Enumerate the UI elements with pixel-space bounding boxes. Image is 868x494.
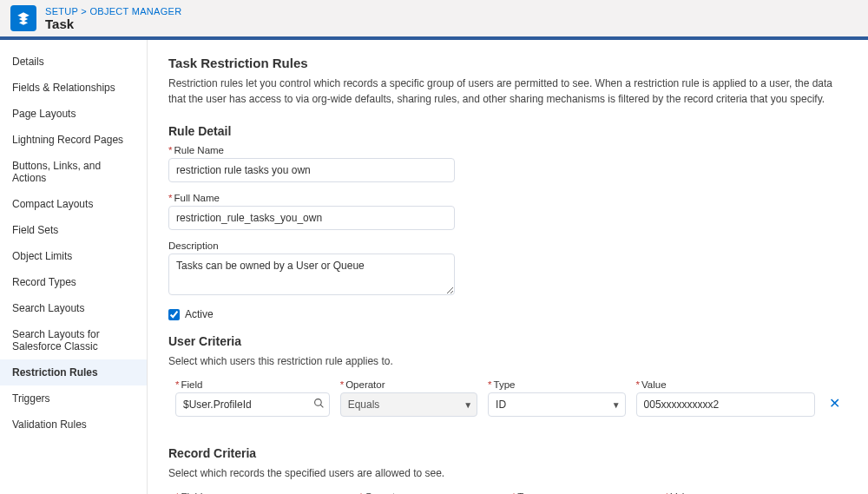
- sidebar-item-lightning-record-pages[interactable]: Lightning Record Pages: [0, 127, 147, 153]
- breadcrumb[interactable]: SETUP > OBJECT MANAGER: [45, 6, 181, 16]
- sidebar-item-page-layouts[interactable]: Page Layouts: [0, 101, 147, 127]
- layers-icon: [16, 10, 31, 26]
- uc-remove-button[interactable]: ✕: [825, 390, 844, 417]
- uc-field-label: *Field: [175, 379, 330, 390]
- record-criteria-desc: Select which records the specified users…: [168, 467, 844, 479]
- sidebar-item-search-layouts[interactable]: Search Layouts: [0, 295, 147, 321]
- main-content: Task Restriction Rules Restriction rules…: [148, 40, 868, 494]
- page-header: SETUP > OBJECT MANAGER Task: [0, 0, 868, 40]
- uc-value-input[interactable]: [636, 392, 815, 417]
- uc-operator-label: *Operator: [340, 379, 477, 390]
- sidebar-item-fields-relationships[interactable]: Fields & Relationships: [0, 75, 147, 101]
- uc-type-select[interactable]: ID: [488, 392, 625, 417]
- sidebar-item-object-limits[interactable]: Object Limits: [0, 243, 147, 269]
- sidebar-nav: DetailsFields & RelationshipsPage Layout…: [0, 40, 148, 494]
- rule-name-label: *Rule Name: [168, 145, 455, 155]
- section-title: Task Restriction Rules: [168, 56, 844, 70]
- object-icon: [10, 5, 36, 31]
- page-title: Task: [45, 16, 181, 31]
- uc-type-label: *Type: [488, 379, 625, 390]
- svg-line-1: [320, 405, 323, 407]
- search-icon[interactable]: [313, 398, 325, 412]
- description-input[interactable]: Tasks can be owned by a User or Queue: [168, 254, 455, 295]
- svg-point-0: [314, 399, 321, 406]
- sidebar-item-buttons-links-and-actions[interactable]: Buttons, Links, and Actions: [0, 153, 147, 191]
- rule-name-input[interactable]: [168, 158, 455, 182]
- sidebar-item-validation-rules[interactable]: Validation Rules: [0, 412, 147, 438]
- active-label: Active: [185, 308, 214, 320]
- full-name-label: *Full Name: [168, 193, 455, 203]
- sidebar-item-search-layouts-for-salesforce-classic[interactable]: Search Layouts for Salesforce Classic: [0, 321, 147, 359]
- record-criteria-heading: Record Criteria: [168, 446, 844, 460]
- uc-value-label: *Value: [636, 379, 815, 390]
- intro-text: Restriction rules let you control which …: [168, 76, 844, 107]
- rule-detail-heading: Rule Detail: [168, 124, 844, 138]
- sidebar-item-field-sets[interactable]: Field Sets: [0, 217, 147, 243]
- sidebar-item-restriction-rules[interactable]: Restriction Rules: [0, 359, 147, 385]
- user-criteria-heading: User Criteria: [168, 334, 844, 348]
- sidebar-item-triggers[interactable]: Triggers: [0, 385, 147, 412]
- uc-field-input[interactable]: [175, 392, 330, 417]
- sidebar-item-compact-layouts[interactable]: Compact Layouts: [0, 191, 147, 217]
- active-checkbox[interactable]: [168, 309, 180, 320]
- uc-operator-select[interactable]: Equals: [340, 392, 477, 417]
- sidebar-item-record-types[interactable]: Record Types: [0, 269, 147, 295]
- full-name-input[interactable]: [168, 206, 455, 230]
- description-label: Description: [168, 240, 455, 251]
- user-criteria-desc: Select which users this restriction rule…: [168, 355, 844, 367]
- sidebar-item-details[interactable]: Details: [0, 49, 147, 75]
